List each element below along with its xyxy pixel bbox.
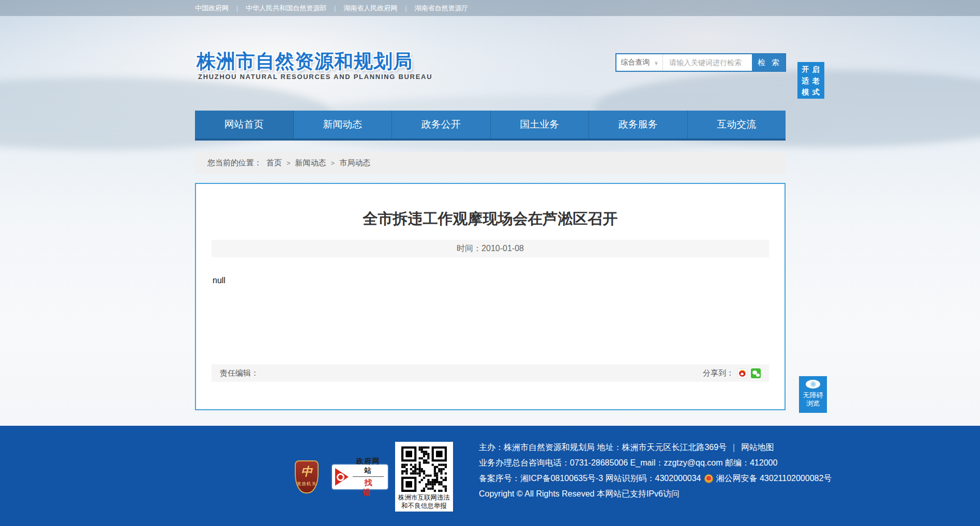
qr-code [401, 446, 447, 492]
article-content: null [213, 276, 225, 285]
toplink-hunan-natural-resources[interactable]: 湖南省自然资源厅 [414, 4, 468, 13]
footer-line-1: 主办：株洲市自然资源和规划局 地址：株洲市天元区长江北路369号 ｜ 网站地图 [479, 440, 832, 455]
chevron-down-icon: ∨ [654, 60, 658, 66]
article-date: 时间：2010-01-08 [457, 243, 524, 254]
party-government-badge[interactable]: 中 党政机关 [295, 460, 319, 493]
qr-caption: 株洲市互联网违法 和不良信息举报 [395, 493, 453, 510]
elder-mode-button[interactable]: 开 启 适 老 模 式 [797, 62, 824, 99]
toplink-china-gov[interactable]: 中国政府网 [195, 4, 229, 13]
site-logo-subtitle: ZHUZHOU NATURAL RESOURCES AND PLANNING B… [198, 73, 432, 81]
breadcrumb-home[interactable]: 首页 [266, 158, 282, 168]
article-title: 全市拆违工作观摩现场会在芦淞区召开 [196, 209, 785, 229]
search-category-select[interactable]: 综合查询 ∨ [616, 54, 663, 71]
footer-contact: 业务办理总台咨询电话：0731-28685006 E_mail：zzgtzy@q… [479, 458, 777, 469]
wechat-share-icon[interactable] [751, 368, 761, 378]
article-footer-bar: 责任编辑： 分享到： [212, 364, 769, 382]
share-label: 分享到： [703, 368, 734, 378]
search-bar: 综合查询 ∨ 检 索 [615, 53, 786, 72]
report-qr-card: 株洲市互联网违法 和不良信息举报 [395, 442, 453, 512]
toplink-ministry-natural-resources[interactable]: 中华人民共和国自然资源部 [246, 4, 326, 13]
footer-icp: 备案序号：湘ICP备08100635号-3 网站识别码：4302000034 [479, 473, 701, 484]
footer-line-3: 备案序号：湘ICP备08100635号-3 网站识别码：4302000034 湘… [479, 471, 832, 486]
nav-item-interaction[interactable]: 互动交流 [688, 111, 786, 138]
breadcrumb-label: 您当前的位置： [207, 158, 262, 168]
footer-host-address: 主办：株洲市自然资源和规划局 地址：株洲市天元区长江北路369号 [479, 442, 727, 453]
footer: 中 党政机关 政府网站 找 错 株洲市互联网违法 和不良信息举报 主办：株洲市自… [0, 426, 980, 526]
footer-line-4: Copyright © All Rights Reseved 本网站已支持IPv… [479, 486, 832, 502]
nav-item-news[interactable]: 新闻动态 [294, 111, 393, 138]
police-badge-icon [704, 474, 713, 483]
breadcrumb-separator: > [287, 159, 291, 167]
footer-text-block: 主办：株洲市自然资源和规划局 地址：株洲市天元区长江北路369号 ｜ 网站地图 … [479, 440, 832, 502]
eye-icon [806, 380, 820, 389]
party-badge-label: 党政机关 [296, 481, 318, 487]
sitemap-link[interactable]: 网站地图 [741, 442, 774, 453]
article-date-bar: 时间：2010-01-08 [212, 240, 769, 257]
nav-item-land-business[interactable]: 国土业务 [491, 111, 590, 138]
find-badge-line1: 政府网站 [353, 457, 384, 477]
accessibility-button[interactable]: 无障碍 浏览 [799, 376, 827, 413]
main-nav: 网站首页 新闻动态 政务公开 国土业务 政务服务 互动交流 [195, 111, 786, 141]
breadcrumb-news[interactable]: 新闻动态 [295, 158, 326, 168]
editor-label: 责任编辑： [220, 368, 259, 378]
find-badge-line2: 找 错 [353, 477, 384, 498]
footer-copyright: Copyright © All Rights Reseved 本网站已支持IPv… [479, 489, 680, 500]
search-category-value: 综合查询 [621, 58, 650, 67]
breadcrumb: 您当前的位置： 首页 > 新闻动态 > 市局动态 [195, 152, 786, 174]
top-links-bar: 中国政府网 | 中华人民共和国自然资源部 | 湖南省人民政府网 | 湖南省自然资… [0, 0, 980, 16]
magnifier-flag-icon [335, 468, 350, 486]
accessibility-label: 无障碍 浏览 [799, 391, 827, 408]
article-panel: 全市拆违工作观摩现场会在芦淞区召开 时间：2010-01-08 null 责任编… [195, 183, 786, 410]
breadcrumb-separator: > [331, 159, 335, 167]
divider: ｜ [730, 442, 738, 453]
party-badge-emblem: 中 [296, 464, 318, 479]
nav-item-home[interactable]: 网站首页 [195, 111, 294, 138]
divider: | [334, 5, 336, 12]
public-security-record-link[interactable]: 湘公网安备 43021102000082号 [716, 473, 832, 484]
divider: | [236, 5, 238, 12]
breadcrumb-bureau-news[interactable]: 市局动态 [339, 158, 370, 168]
nav-item-gov-info[interactable]: 政务公开 [392, 111, 491, 138]
website-error-report-badge[interactable]: 政府网站 找 错 [331, 463, 389, 490]
share-group: 分享到： [703, 368, 761, 378]
search-button[interactable]: 检 索 [752, 54, 785, 71]
site-logo-title[interactable]: 株洲市自然资源和规划局 [197, 49, 413, 74]
toplink-hunan-gov[interactable]: 湖南省人民政府网 [343, 4, 397, 13]
divider: | [405, 5, 406, 12]
footer-line-2: 业务办理总台咨询电话：0731-28685006 E_mail：zzgtzy@q… [479, 455, 832, 471]
weibo-share-icon[interactable] [737, 368, 747, 378]
find-badge-texts: 政府网站 找 错 [353, 457, 384, 498]
nav-item-gov-service[interactable]: 政务服务 [589, 111, 688, 138]
search-input[interactable] [663, 54, 752, 71]
